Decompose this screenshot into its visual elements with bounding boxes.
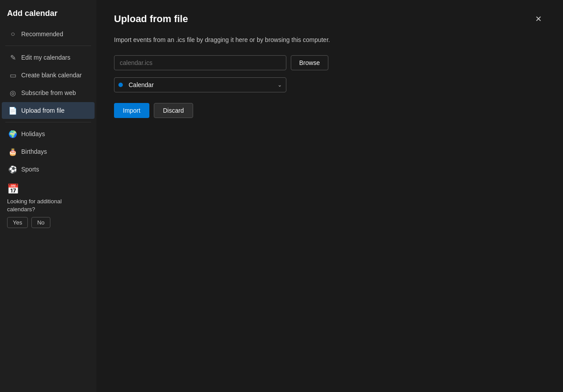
edit-icon: ✎ — [9, 53, 17, 61]
file-row: Browse — [114, 55, 545, 70]
sidebar-item-birthdays[interactable]: 🎂 Birthdays — [2, 143, 95, 160]
sidebar-item-upload-file[interactable]: 📄 Upload from file — [2, 102, 95, 119]
additional-icon: 📅 — [7, 183, 89, 195]
import-button[interactable]: Import — [114, 103, 149, 118]
yes-button[interactable]: Yes — [7, 217, 28, 228]
sidebar-item-label: Create blank calendar — [21, 72, 82, 79]
create-blank-icon: ▭ — [9, 71, 17, 79]
panel-title: Upload from file — [114, 13, 188, 25]
upload-file-icon: 📄 — [9, 107, 17, 114]
no-button[interactable]: No — [31, 217, 50, 228]
subscribe-web-icon: ◎ — [9, 89, 17, 97]
calendar-select[interactable]: Calendar — [114, 77, 286, 92]
discard-button[interactable]: Discard — [154, 103, 193, 118]
sidebar-divider-2 — [5, 122, 91, 122]
sidebar-item-subscribe-web[interactable]: ◎ Subscribe from web — [2, 84, 95, 101]
file-input[interactable] — [114, 55, 286, 70]
main-content: Upload from file ✕ Import events from an… — [96, 0, 563, 392]
additional-text: Looking for additional calendars? — [7, 198, 89, 213]
birthdays-icon: 🎂 — [9, 148, 17, 156]
close-button[interactable]: ✕ — [532, 13, 545, 25]
sidebar-item-create-blank[interactable]: ▭ Create blank calendar — [2, 67, 95, 84]
panel-header: Upload from file ✕ — [114, 13, 545, 25]
recommended-icon: ○ — [9, 30, 17, 38]
sidebar-item-label: Upload from file — [21, 107, 65, 114]
holidays-icon: 🌍 — [9, 130, 17, 138]
sidebar-item-edit-calendars[interactable]: ✎ Edit my calendars — [2, 49, 95, 66]
sidebar-item-label: Holidays — [21, 130, 45, 137]
sidebar-divider-1 — [5, 46, 91, 46]
sidebar-item-label: Birthdays — [21, 148, 47, 155]
sidebar-item-label: Recommended — [21, 30, 63, 38]
sidebar-item-label: Edit my calendars — [21, 54, 70, 61]
action-buttons: Import Discard — [114, 103, 545, 118]
sidebar: Add calendar ○ Recommended ✎ Edit my cal… — [0, 0, 96, 392]
additional-buttons: Yes No — [7, 217, 89, 228]
sidebar-item-recommended[interactable]: ○ Recommended — [2, 26, 95, 42]
sidebar-item-label: Subscribe from web — [21, 89, 76, 96]
calendar-select-wrapper: Calendar ⌄ — [114, 77, 286, 92]
sidebar-item-holidays[interactable]: 🌍 Holidays — [2, 126, 95, 142]
additional-calendars-section: 📅 Looking for additional calendars? Yes … — [0, 178, 96, 233]
browse-button[interactable]: Browse — [291, 55, 328, 70]
sports-icon: ⚽ — [9, 165, 17, 173]
description-text: Import events from an .ics file by dragg… — [114, 35, 545, 45]
sidebar-item-sports[interactable]: ⚽ Sports — [2, 161, 95, 178]
sidebar-title: Add calendar — [0, 4, 96, 25]
sidebar-item-label: Sports — [21, 166, 39, 173]
